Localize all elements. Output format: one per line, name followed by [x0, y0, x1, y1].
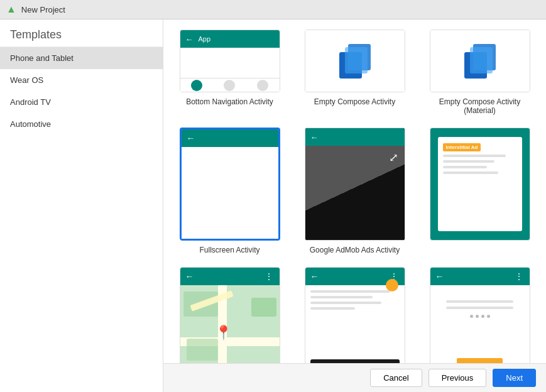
label-empty-compose-material: Empty Compose Activity (Material) [423, 97, 536, 115]
preview-admob: Interstitial Ad [430, 128, 530, 241]
content-area: ← App Bottom Navigation Activity [163, 19, 546, 363]
phone-body-login [430, 285, 530, 363]
template-card-maps[interactable]: ← ⋮ [173, 267, 286, 363]
preview-empty-compose-material [430, 30, 530, 92]
template-card-gpay[interactable]: ← ⋮ G Pay [298, 267, 411, 363]
label-empty-compose: Empty Compose Activity [314, 97, 395, 106]
template-card-login[interactable]: ← ⋮ [423, 267, 536, 363]
phone-bar-maps: ← ⋮ [180, 268, 280, 285]
template-card-admob[interactable]: Interstitial Ad [423, 128, 536, 254]
app-icon: ▲ [6, 4, 16, 15]
template-card-fullscreen[interactable]: ← ⤢ Google AdMob Ads Activity [298, 128, 411, 254]
back-arrow-login: ← [435, 271, 444, 281]
preview-maps: ← ⋮ [180, 267, 280, 363]
phone-bar-login: ← ⋮ [430, 268, 530, 285]
back-arrow-gpay: ← [310, 271, 319, 281]
back-arrow-icon: ← [187, 133, 195, 143]
preview-bottom-nav: ← App [180, 30, 280, 92]
cancel-button[interactable]: Cancel [370, 369, 422, 387]
preview-empty-activity: ← [180, 128, 280, 241]
main-layout: Templates Phone and Tablet Wear OS Andro… [0, 19, 546, 392]
window-title: New Project [21, 5, 65, 14]
sidebar-item-phone-tablet[interactable]: Phone and Tablet [0, 47, 163, 69]
sidebar: Templates Phone and Tablet Wear OS Andro… [0, 19, 163, 392]
preview-login: ← ⋮ [430, 267, 530, 363]
bottom-actions: Cancel Previous Next [163, 363, 546, 392]
template-card-empty-activity[interactable]: ← Fullscreen Activity [173, 128, 286, 254]
label-empty-activity: Fullscreen Activity [199, 246, 259, 254]
template-card-empty-compose-material[interactable]: Empty Compose Activity (Material) [423, 30, 536, 115]
sidebar-item-automotive[interactable]: Automotive [0, 113, 163, 135]
next-button[interactable]: Next [493, 369, 536, 387]
sidebar-header: Templates [0, 19, 163, 47]
title-bar: ▲ New Project [0, 0, 546, 19]
sidebar-item-wear-os[interactable]: Wear OS [0, 69, 163, 91]
phone-body-maps: 📍 [180, 285, 280, 363]
label-bottom-nav: Bottom Navigation Activity [186, 97, 273, 106]
phone-body-empty [182, 147, 278, 239]
phone-body-gpay: G Pay [305, 285, 405, 363]
preview-gpay: ← ⋮ G Pay [305, 267, 405, 363]
preview-empty-compose [305, 30, 405, 92]
sidebar-item-android-tv[interactable]: Android TV [0, 91, 163, 113]
menu-dots-login: ⋮ [515, 271, 525, 281]
back-arrow-maps: ← [185, 271, 194, 281]
template-grid: ← App Bottom Navigation Activity [173, 30, 536, 363]
label-fullscreen: Google AdMob Ads Activity [310, 246, 400, 254]
template-card-bottom-nav[interactable]: ← App Bottom Navigation Activity [173, 30, 286, 115]
template-card-empty-compose[interactable]: Empty Compose Activity [298, 30, 411, 115]
preview-fullscreen: ← ⤢ [305, 128, 405, 241]
phone-bar-empty: ← [182, 129, 278, 147]
previous-button[interactable]: Previous [429, 369, 487, 387]
menu-dots-maps: ⋮ [265, 271, 275, 281]
